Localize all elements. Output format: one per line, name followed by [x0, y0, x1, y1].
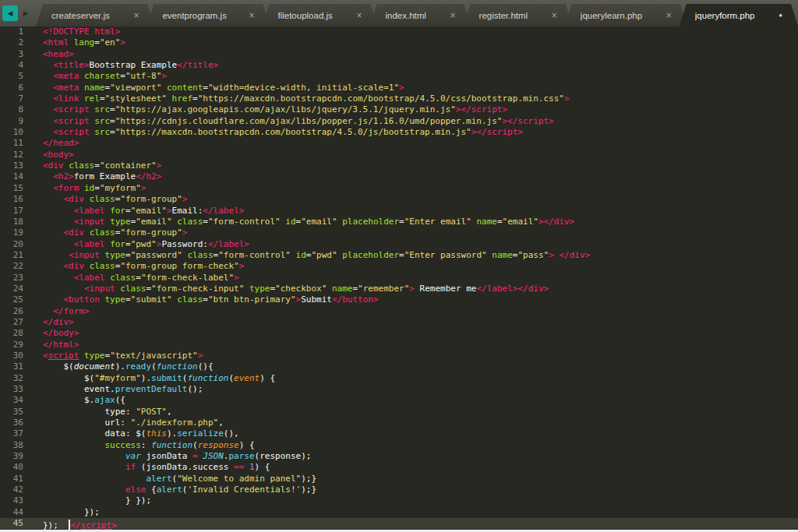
code-line[interactable]: 43 } });: [0, 495, 798, 506]
code-line[interactable]: 10 <script src="https://maxcdn.bootstrap…: [0, 127, 798, 138]
code-line[interactable]: 16 <div class="form-group">: [0, 194, 798, 205]
line-number: 29: [0, 340, 23, 351]
code-line[interactable]: 42 else {alert('Invalid Credentials!');}: [0, 484, 798, 495]
line-number: 28: [0, 328, 23, 339]
close-icon[interactable]: ×: [133, 11, 139, 20]
code-line[interactable]: 3<head>: [0, 49, 798, 60]
tab-label: jqueryform.php: [695, 11, 755, 20]
code-line[interactable]: 24 <input class="form-check-input" type=…: [0, 284, 798, 294]
code-text: });: [23, 507, 100, 518]
code-line[interactable]: 35 type: "POST",: [0, 407, 798, 417]
code-text: <html lang="en">: [23, 37, 125, 48]
code-line[interactable]: 27</div>: [0, 317, 798, 328]
code-line[interactable]: 30<script type="text/javascript">: [0, 351, 798, 361]
code-text: $("#myform").submit(function(event) {: [23, 373, 275, 384]
code-line[interactable]: 17 <label for="email">Email:</label>: [0, 206, 798, 217]
line-number: 8: [0, 104, 23, 115]
code-line[interactable]: 36 url: "./indexform.php",: [0, 417, 798, 428]
tab-index-html[interactable]: index.html×: [369, 4, 471, 26]
code-line[interactable]: 45}); </script>: [0, 518, 798, 529]
code-line[interactable]: 28</body>: [0, 328, 798, 339]
close-icon[interactable]: ×: [356, 11, 362, 20]
line-number: 17: [0, 206, 23, 217]
code-line[interactable]: 29</html>: [0, 340, 798, 351]
line-number: 12: [0, 150, 23, 160]
code-text: else {alert('Invalid Credentials!');}: [23, 484, 316, 495]
nav-right-arrow-icon[interactable]: ▶: [20, 5, 31, 21]
code-text: <button type="submit" class="btn btn-pri…: [23, 294, 379, 305]
tab-register-html[interactable]: register.html×: [464, 4, 573, 26]
tab-bar: ◀ ▶ createserver.js×eventprogram.js×file…: [0, 0, 798, 26]
line-number: 31: [0, 361, 23, 372]
code-line[interactable]: 21 <input type="password" class="form-co…: [0, 250, 798, 261]
code-text: <link rel="stylesheet" href="https://max…: [23, 93, 570, 104]
code-text: <label for="email">Email:</label>: [23, 206, 244, 217]
code-line[interactable]: 26 </form>: [0, 306, 798, 317]
code-line[interactable]: 33 event.preventDefault();: [0, 384, 798, 395]
line-number: 33: [0, 384, 23, 395]
close-icon[interactable]: ×: [552, 11, 557, 20]
code-text: $(document).ready(function(){: [23, 361, 214, 372]
code-text: </html>: [23, 340, 79, 351]
code-line[interactable]: 37 data: $(this).serialize(),: [0, 428, 798, 439]
code-line[interactable]: 38 success: function(response) {: [0, 440, 798, 451]
code-line[interactable]: 1<!DOCTYPE html>: [0, 26, 798, 37]
code-line[interactable]: 39 var jsonData = JSON.parse(response);: [0, 451, 798, 462]
code-line[interactable]: 41 alert("Welcome to admin panel");}: [0, 474, 798, 484]
tab-createserver-js[interactable]: createserver.js×: [36, 4, 154, 26]
tab-label: register.html: [479, 11, 528, 20]
nav-left-arrow-icon[interactable]: ◀: [2, 5, 18, 21]
line-number: 16: [0, 194, 23, 205]
code-line[interactable]: 32 $("#myform").submit(function(event) {: [0, 373, 798, 384]
code-line[interactable]: 23 <label class="form-check-label">: [0, 273, 798, 284]
code-line[interactable]: 44 });: [0, 507, 798, 518]
code-line[interactable]: 19 <div class="form-group">: [0, 227, 798, 238]
code-line[interactable]: 5 <meta charset="utf-8">: [0, 71, 798, 82]
line-number: 35: [0, 407, 23, 417]
code-text: </form>: [23, 306, 90, 317]
code-line[interactable]: 22 <div class="form-group form-check">: [0, 261, 798, 272]
code-line[interactable]: 12<body>: [0, 150, 798, 160]
code-line[interactable]: 11</head>: [0, 138, 798, 149]
code-area[interactable]: 1<!DOCTYPE html>2<html lang="en">3<head>…: [0, 26, 798, 530]
close-icon[interactable]: ×: [450, 11, 456, 20]
close-icon[interactable]: ×: [666, 11, 672, 20]
code-line[interactable]: 25 <button type="submit" class="btn btn-…: [0, 294, 798, 305]
code-text: </div>: [23, 317, 74, 328]
code-line[interactable]: 9 <script src="https://cdnjs.cloudflare.…: [0, 116, 798, 127]
code-line[interactable]: 8 <script src="https://ajax.googleapis.c…: [0, 104, 798, 115]
code-line[interactable]: 7 <link rel="stylesheet" href="https://m…: [0, 93, 798, 104]
line-number: 32: [0, 373, 23, 384]
tab-eventprogram-js[interactable]: eventprogram.js×: [147, 4, 270, 26]
tab-jqueryform-php[interactable]: jqueryform.php●: [680, 4, 798, 26]
code-line[interactable]: 40 if (jsonData.success == 1) {: [0, 462, 798, 473]
code-line[interactable]: 31 $(document).ready(function(){: [0, 361, 798, 372]
line-number: 14: [0, 171, 23, 182]
line-number: 3: [0, 49, 23, 60]
code-line[interactable]: 2<html lang="en">: [0, 37, 798, 48]
tab-jquerylearn-php[interactable]: jquerylearn.php×: [565, 4, 687, 26]
close-icon[interactable]: ×: [249, 11, 254, 20]
tab-filetoupload-js[interactable]: filetoupload.js×: [262, 4, 377, 26]
code-text: <script src="https://ajax.googleapis.com…: [23, 104, 507, 115]
code-line[interactable]: 34 $.ajax({: [0, 395, 798, 406]
code-text: }); </script>: [23, 518, 117, 529]
code-line[interactable]: 13<div class="container">: [0, 160, 798, 171]
code-text: <script src="https://maxcdn.bootstrapcdn…: [23, 127, 523, 138]
line-number: 42: [0, 484, 23, 495]
code-line[interactable]: 15 <form id="myform">: [0, 183, 798, 194]
code-line[interactable]: 14 <h2>form Example</h2>: [0, 171, 798, 182]
tab-label: createserver.js: [51, 11, 110, 20]
tab-label: jquerylearn.php: [581, 11, 642, 20]
line-number: 45: [0, 518, 23, 529]
code-text: <!DOCTYPE html>: [23, 26, 120, 37]
code-text: <div class="form-group">: [23, 227, 187, 238]
code-line[interactable]: 18 <input type="email" class="form-contr…: [0, 217, 798, 227]
line-number: 7: [0, 93, 23, 104]
line-number: 44: [0, 507, 23, 518]
code-line[interactable]: 6 <meta name="viewport" content="width=d…: [0, 83, 798, 93]
code-line[interactable]: 20 <label for="pwd">Password:</label>: [0, 239, 798, 250]
code-line[interactable]: 4 <title>Bootstrap Example</title>: [0, 60, 798, 71]
code-text: <head>: [23, 49, 74, 60]
code-text: <meta name="viewport" content="width=dev…: [23, 83, 404, 93]
